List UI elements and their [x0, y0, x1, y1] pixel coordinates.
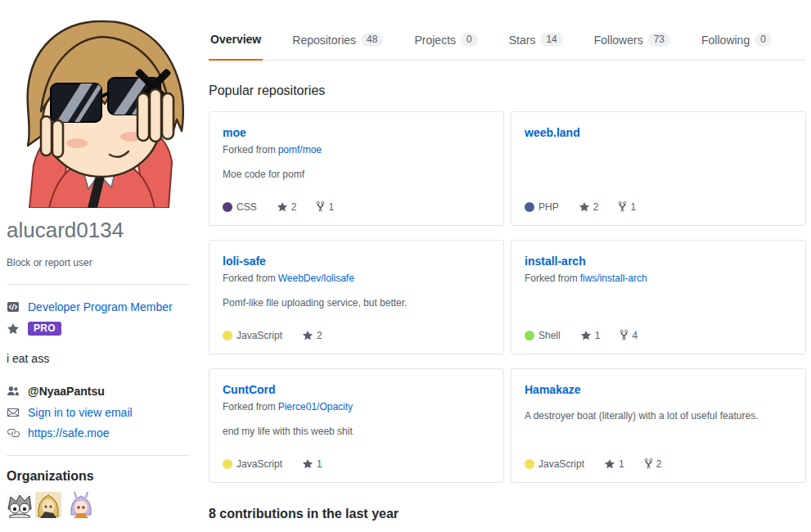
profile-avatar[interactable]: [7, 11, 190, 209]
pro-badge-row: PRO: [7, 322, 61, 336]
website-link[interactable]: https://safe.moe: [28, 426, 110, 440]
repo-stars[interactable]: 2: [277, 201, 297, 213]
language-color-dot: [525, 331, 534, 340]
language-label: PHP: [538, 201, 559, 213]
repo-meta: PHP 2 1: [525, 201, 656, 213]
organization-handle-row: @NyaaPantsu: [7, 385, 105, 398]
tab-counter: 14: [540, 33, 562, 47]
repo-forks[interactable]: 1: [316, 201, 334, 213]
tab-projects[interactable]: Projects 0: [412, 33, 479, 60]
language-color-dot: [223, 331, 232, 340]
tab-counter: 0: [755, 33, 772, 47]
sign-in-to-view-email-link[interactable]: Sign in to view email: [28, 406, 133, 419]
popular-repositories-title: Popular repositories: [209, 83, 806, 98]
organization-handle: @NyaaPantsu: [28, 385, 105, 398]
org-avatar-blonde[interactable]: [35, 492, 61, 518]
forked-from-link[interactable]: Pierce01/Opacity: [278, 401, 353, 413]
profile-username: alucard0134: [7, 218, 124, 243]
org-avatar-purple-hair[interactable]: [68, 492, 94, 518]
repo-language: Shell: [525, 330, 561, 341]
repo-meta: JavaScript 1 2: [525, 458, 681, 470]
repo-description: end my life with this weeb shit: [223, 425, 490, 439]
repo-stars[interactable]: 2: [579, 201, 599, 213]
forked-from-link[interactable]: fiws/install-arch: [580, 273, 647, 284]
tab-repositories[interactable]: Repositories 48: [291, 33, 385, 60]
git-fork-icon: [620, 329, 629, 341]
language-color-dot: [223, 459, 232, 469]
developer-program-icon: [7, 300, 20, 313]
language-color-dot: [525, 202, 534, 212]
repo-meta: JavaScript 2: [223, 330, 342, 341]
git-fork-icon: [644, 458, 653, 470]
language-color-dot: [223, 202, 232, 212]
repo-forked-from: Forked fromPierce01/Opacity: [223, 401, 490, 413]
repo-language: PHP: [525, 201, 559, 213]
repo-forked-from: Forked frompomf/moe: [223, 144, 490, 156]
repo-meta: JavaScript 1: [223, 458, 342, 470]
developer-program-row: Developer Program Member: [7, 300, 173, 313]
repo-stars[interactable]: 2: [302, 330, 322, 341]
repo-forks[interactable]: 1: [618, 201, 636, 213]
forked-from-prefix: Forked from: [223, 144, 276, 156]
repo-name-link[interactable]: loli-safe: [223, 255, 266, 268]
repo-stars[interactable]: 1: [604, 458, 624, 470]
star-icon: [277, 201, 288, 213]
repo-card-moe: moe Forked frompomf/moe Moe code for pom…: [209, 111, 504, 226]
sidebar-divider: [7, 284, 190, 285]
org-avatar-cat[interactable]: [7, 492, 33, 518]
website-row: https://safe.moe: [7, 426, 110, 440]
profile-main: Popular repositories moe Forked frompomf…: [209, 83, 806, 521]
repo-name-link[interactable]: moe: [223, 126, 246, 139]
forked-from-prefix: Forked from: [223, 401, 276, 413]
repo-forked-from: Forked fromfiws/install-arch: [525, 273, 792, 284]
repo-forks[interactable]: 4: [620, 329, 638, 341]
repo-stars[interactable]: 1: [302, 458, 322, 470]
tab-stars[interactable]: Stars 14: [507, 33, 565, 60]
contributions-title: 8 contributions in the last year: [209, 507, 806, 521]
git-fork-icon: [618, 201, 627, 213]
repo-description: Moe code for pomf: [223, 168, 490, 182]
star-icon: [302, 330, 313, 341]
star-icon: [580, 330, 592, 341]
sidebar-divider: [7, 455, 190, 456]
repo-card-install-arch: install-arch Forked fromfiws/install-arc…: [511, 240, 806, 354]
tab-following[interactable]: Following 0: [700, 33, 773, 60]
link-icon: [7, 426, 20, 440]
tab-counter: 73: [648, 33, 670, 47]
repo-card-hamakaze: Hamakaze Forked from A destroyer boat (l…: [511, 368, 806, 483]
repo-language: JavaScript: [223, 330, 282, 341]
language-label: JavaScript: [237, 330, 282, 341]
block-report-link[interactable]: Block or report user: [7, 257, 92, 268]
language-label: JavaScript: [538, 458, 584, 470]
repo-name-link[interactable]: CuntCord: [223, 383, 276, 396]
forked-from-link[interactable]: WeebDev/lolisafe: [278, 273, 354, 284]
tab-counter: 0: [461, 33, 478, 47]
star-icon: [302, 458, 313, 470]
repo-stars[interactable]: 1: [580, 330, 601, 341]
star-icon: [579, 201, 590, 213]
repo-name-link[interactable]: Hamakaze: [525, 383, 581, 396]
repo-forks[interactable]: 2: [644, 458, 662, 470]
organization-avatars: [7, 492, 97, 518]
repo-language: JavaScript: [525, 458, 584, 470]
repo-forked-from: Forked fromWeebDev/lolisafe: [223, 273, 490, 284]
avatar-illustration: [7, 11, 190, 208]
tab-overview[interactable]: Overview: [209, 33, 263, 61]
repo-card-loli-safe: loli-safe Forked fromWeebDev/lolisafe Po…: [209, 240, 504, 354]
pro-badge: PRO: [28, 322, 61, 336]
language-color-dot: [525, 459, 534, 469]
tab-counter: 48: [361, 33, 383, 47]
repo-meta: CSS 2 1: [223, 201, 354, 213]
repo-description: A destroyer boat (literally) with a lot …: [525, 409, 792, 423]
repo-name-link[interactable]: weeb.land: [525, 126, 580, 139]
profile-bio: i eat ass: [7, 352, 49, 365]
forked-from-prefix: Forked from: [525, 273, 578, 284]
profile-tab-nav: Overview Repositories 48 Projects 0 Star…: [209, 33, 806, 61]
repo-name-link[interactable]: install-arch: [525, 255, 586, 268]
forked-from-link[interactable]: pomf/moe: [278, 144, 322, 156]
popular-repositories-grid: moe Forked frompomf/moe Moe code for pom…: [209, 111, 806, 483]
forked-from-prefix: Forked from: [223, 273, 276, 284]
git-fork-icon: [316, 201, 325, 213]
tab-followers[interactable]: Followers 73: [592, 33, 672, 60]
developer-program-link[interactable]: Developer Program Member: [28, 300, 173, 313]
